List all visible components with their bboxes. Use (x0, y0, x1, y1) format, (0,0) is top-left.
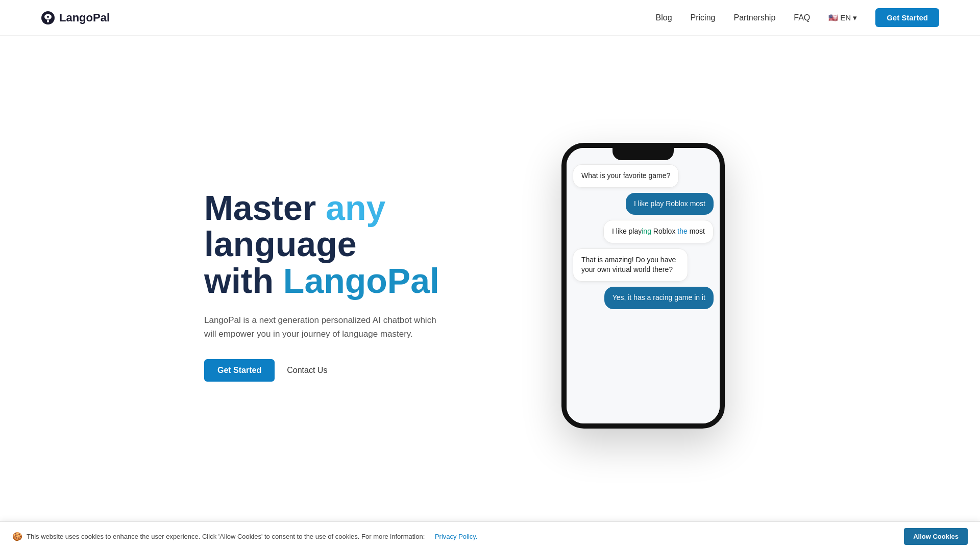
chat-text-3: I like playing Roblox the most (612, 227, 705, 235)
cookie-icon: 🍪 (12, 532, 22, 541)
chat-message-5: Yes, it has a racing game in it (604, 287, 714, 309)
nav-pricing[interactable]: Pricing (691, 13, 716, 22)
logo[interactable]: LangoPal (41, 11, 110, 25)
chat-text-1: What is your favorite game? (581, 171, 670, 180)
chat-text-5: Yes, it has a racing game in it (612, 293, 705, 302)
nav-links: Blog Pricing Partnership FAQ 🇺🇸 EN ▾ Get… (656, 8, 939, 27)
phone-screen: What is your favorite game? I like play … (567, 148, 720, 423)
phone-notch (612, 148, 674, 160)
nav-get-started-button[interactable]: Get Started (875, 8, 939, 27)
svg-point-2 (47, 16, 49, 18)
nav-faq[interactable]: FAQ (794, 13, 810, 22)
lang-selector[interactable]: 🇺🇸 EN ▾ (828, 13, 857, 22)
cookie-message: This website uses cookies to enhance the… (27, 533, 425, 540)
hero-left: Master any language with LangoPal LangoP… (204, 190, 470, 382)
chat-message-3: I like playing Roblox the most (603, 220, 714, 243)
chat-text-2: I like play Roblox most (634, 199, 705, 208)
logo-text: LangoPal (59, 11, 110, 24)
hero-right: What is your favorite game? I like play … (510, 138, 776, 434)
hero-contact-us-link[interactable]: Contact Us (287, 366, 327, 375)
hero-title: Master any language with LangoPal (204, 190, 470, 299)
hero-get-started-button[interactable]: Get Started (204, 359, 275, 382)
hero-section: Master any language with LangoPal LangoP… (0, 0, 980, 551)
hero-title-language: language (204, 224, 357, 263)
svg-rect-3 (47, 20, 49, 22)
allow-cookies-button[interactable]: Allow Cookies (904, 528, 968, 545)
hero-title-with: with LangoPal (204, 261, 439, 300)
hero-title-master: Master (204, 188, 326, 227)
chat-message-1: What is your favorite game? (573, 164, 679, 188)
lang-label: EN (840, 13, 851, 22)
chat-message-4: That is amazing! Do you have your own vi… (573, 248, 688, 282)
logo-icon (41, 11, 55, 25)
chevron-down-icon: ▾ (853, 13, 857, 22)
chat-message-2: I like play Roblox most (626, 193, 714, 215)
cookie-privacy-link[interactable]: Privacy Policy. (435, 533, 478, 540)
phone-shell: What is your favorite game? I like play … (561, 143, 725, 429)
nav-blog[interactable]: Blog (656, 13, 672, 22)
navbar: LangoPal Blog Pricing Partnership FAQ 🇺🇸… (0, 0, 980, 36)
phone-mockup: What is your favorite game? I like play … (551, 138, 735, 434)
hero-actions: Get Started Contact Us (204, 359, 470, 382)
chat-text-4: That is amazing! Do you have your own vi… (581, 256, 676, 274)
nav-partnership[interactable]: Partnership (733, 13, 775, 22)
hero-title-any: any (326, 188, 385, 227)
cookie-text: 🍪 This website uses cookies to enhance t… (12, 532, 477, 541)
hero-subtitle: LangoPal is a next generation personaliz… (204, 313, 439, 341)
hero-title-brand: LangoPal (283, 261, 439, 300)
flag-icon: 🇺🇸 (828, 13, 838, 22)
cookie-banner: 🍪 This website uses cookies to enhance t… (0, 521, 980, 551)
